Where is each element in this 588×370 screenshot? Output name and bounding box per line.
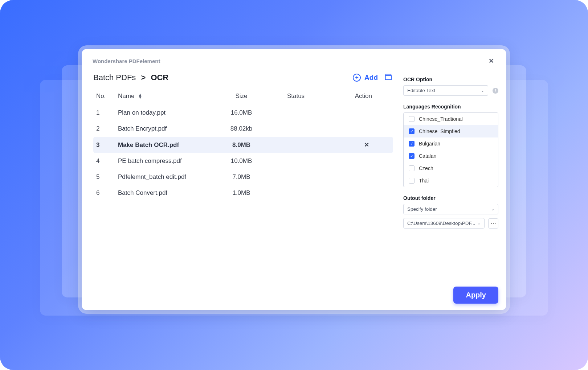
- row-size: 88.02kb: [216, 125, 267, 132]
- row-size: 16.0MB: [216, 109, 267, 116]
- chevron-right-icon: >: [141, 73, 146, 82]
- row-index: 4: [96, 157, 118, 165]
- language-option[interactable]: ✓Chinese_Simpfied: [404, 125, 498, 137]
- titlebar: Wondershare PDFelement ✕: [82, 49, 506, 69]
- chevron-down-icon: ⌄: [477, 221, 481, 226]
- file-table-header: No. Name ▲▼ Size Status Action: [93, 82, 403, 105]
- chevron-down-icon: ⌄: [481, 88, 484, 93]
- row-index: 3: [96, 141, 118, 149]
- checkbox-icon: ✓: [409, 141, 415, 147]
- col-name[interactable]: Name ▲▼: [118, 92, 216, 100]
- open-folder-icon[interactable]: [384, 73, 392, 82]
- row-filename: Plan on today.ppt: [118, 109, 216, 116]
- table-row[interactable]: 6Batch Convert.pdf1.0MB: [93, 185, 403, 201]
- info-icon[interactable]: !: [493, 88, 498, 94]
- row-filename: Pdfelemnt_batch edit.pdf: [118, 173, 216, 181]
- batch-ocr-dialog: Wondershare PDFelement ✕ Batch PDFs > OC…: [82, 49, 506, 310]
- language-name: Chinese_Simpfied: [419, 128, 460, 134]
- row-filename: Batch Encrypt.pdf: [118, 125, 216, 132]
- remove-row-icon[interactable]: ✕: [364, 141, 369, 148]
- chevron-down-icon: ⌄: [491, 207, 494, 211]
- row-filename: Batch Convert.pdf: [118, 189, 216, 197]
- dialog-footer: Apply: [82, 280, 506, 310]
- language-list: Chinese_Tradtional✓Chinese_Simpfied✓Bulg…: [403, 112, 498, 187]
- breadcrumb-leaf: OCR: [151, 73, 168, 82]
- row-size: 8.0MB: [216, 141, 267, 149]
- checkbox-icon: ✓: [409, 128, 415, 134]
- row-size: 1.0MB: [216, 189, 267, 197]
- app-background: Wondershare PDFelement ✕ Batch PDFs > OC…: [0, 0, 588, 370]
- table-row[interactable]: 5Pdfelemnt_batch edit.pdf7.0MB: [93, 169, 403, 185]
- plus-circle-icon: +: [353, 74, 361, 82]
- checkbox-icon: [409, 178, 415, 184]
- browse-folder-button[interactable]: ⋯: [488, 218, 498, 229]
- row-size: 7.0MB: [216, 173, 267, 181]
- svg-rect-1: [385, 75, 392, 79]
- checkbox-icon: ✓: [409, 153, 415, 159]
- language-option[interactable]: Czech: [404, 162, 498, 174]
- row-filename: PE batch compress.pdf: [118, 157, 216, 165]
- col-action: Action: [325, 92, 376, 100]
- language-name: Thai: [419, 178, 429, 184]
- language-option[interactable]: ✓Catalan: [404, 150, 498, 162]
- table-row[interactable]: 3Make Batch OCR.pdf8.0MB✕: [93, 137, 393, 153]
- apply-button[interactable]: Apply: [453, 287, 498, 304]
- lang-recog-label: Languages Recognition: [403, 104, 498, 110]
- language-name: Catalan: [419, 153, 436, 159]
- table-row[interactable]: 1Plan on today.ppt16.0MB: [93, 105, 403, 121]
- file-table-body: 1Plan on today.ppt16.0MB2Batch Encrypt.p…: [93, 105, 403, 201]
- row-index: 5: [96, 173, 118, 181]
- app-title: Wondershare PDFelement: [93, 58, 160, 64]
- row-index: 6: [96, 189, 118, 197]
- language-option[interactable]: Thai: [404, 174, 498, 187]
- breadcrumb: Batch PDFs > OCR: [93, 73, 168, 82]
- row-size: 10.0MB: [216, 157, 267, 165]
- breadcrumb-root[interactable]: Batch PDFs: [93, 73, 136, 82]
- add-file-button[interactable]: + Add: [353, 74, 378, 82]
- checkbox-icon: [409, 116, 415, 122]
- row-filename: Make Batch OCR.pdf: [118, 141, 216, 149]
- row-index: 2: [96, 125, 118, 132]
- add-label: Add: [364, 74, 378, 82]
- col-size: Size: [216, 92, 267, 100]
- ocr-settings-panel: OCR Option Editable Text ⌄ ! Languages R…: [403, 69, 506, 280]
- close-icon[interactable]: ✕: [486, 56, 496, 66]
- output-path-select[interactable]: C:\Users\13609\Desktop\PDF... ⌄: [403, 218, 485, 229]
- language-name: Bulgarian: [419, 141, 440, 147]
- language-option[interactable]: Chinese_Tradtional: [404, 113, 498, 125]
- language-option[interactable]: ✓Bulgarian: [404, 137, 498, 150]
- checkbox-icon: [409, 165, 415, 171]
- row-index: 1: [96, 109, 118, 116]
- sort-icon: ▲▼: [138, 94, 142, 99]
- table-row[interactable]: 4PE batch compress.pdf10.0MB: [93, 153, 403, 169]
- language-name: Czech: [419, 165, 433, 171]
- col-no: No.: [96, 92, 118, 100]
- language-name: Chinese_Tradtional: [419, 116, 463, 122]
- ocr-option-select[interactable]: Editable Text ⌄: [403, 85, 488, 96]
- output-folder-label: Outout folder: [403, 195, 498, 201]
- col-status: Status: [267, 92, 325, 100]
- ocr-option-label: OCR Option: [403, 77, 498, 82]
- table-row[interactable]: 2Batch Encrypt.pdf88.02kb: [93, 121, 403, 137]
- output-mode-select[interactable]: Specify folder ⌄: [403, 204, 498, 214]
